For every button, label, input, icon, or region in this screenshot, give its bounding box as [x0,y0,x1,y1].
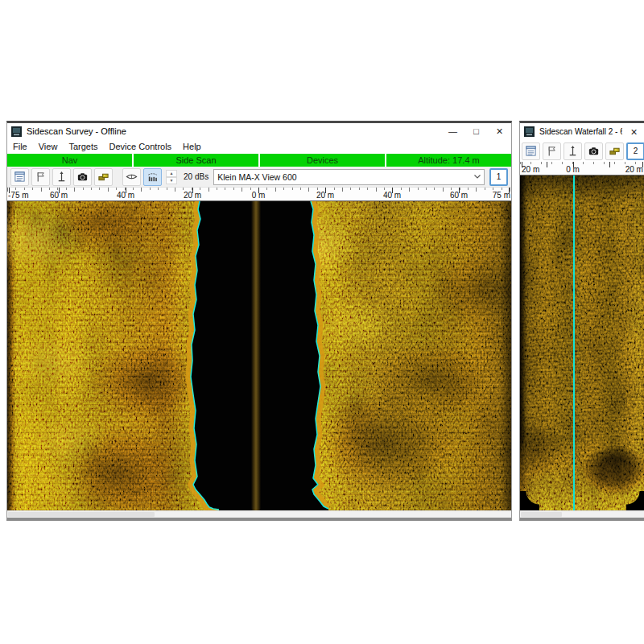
main-window: Sidescan Survey - Offline — □ × File Vie… [6,121,512,521]
ruler-label: 20 m [625,165,643,174]
main-window-title: Sidescan Survey - Offline [27,126,126,136]
scrollbar-thumb[interactable] [521,512,562,517]
survey-list-icon [14,171,26,183]
ruler-tick [547,162,547,167]
ruler-label: 20 m [522,165,539,174]
app-icon [11,126,22,137]
wf-toolbar: 2 [520,140,644,162]
wf-titlebar[interactable]: Sidescan Waterfall 2 - 600KHz × [520,123,644,140]
flag-target-icon [546,145,558,157]
sonar-waterfall-display[interactable] [7,201,511,510]
water-column-overlay [7,201,511,510]
ruler-label: 40 m [117,191,134,200]
waterfall2-window: Sidescan Waterfall 2 - 600KHz × [519,121,644,521]
swath-view-icon [126,171,138,183]
sonar-model-select[interactable]: Klein MA-X View 600 [213,169,485,185]
flag-target-button[interactable] [543,142,561,160]
camera-button[interactable] [73,168,92,186]
wf-sonar-image [520,175,644,510]
camera-icon [588,145,600,157]
minimize-button[interactable]: — [441,123,464,139]
camera-button[interactable] [584,142,603,160]
maximize-button[interactable]: □ [464,123,488,139]
section-side-scan[interactable]: Side Scan [134,154,258,167]
main-titlebar[interactable]: Sidescan Survey - Offline — □ × [7,123,511,139]
nadir-line [251,201,261,510]
ruler-label: 60 m [450,191,468,200]
main-toolbar: ▲ ▼ 20 dBs Klein MA-X View 600 1 [7,167,511,188]
status-header-bar: Nav Side Scan Devices Altitude: 17.4 m [7,154,511,167]
menu-view[interactable]: View [33,139,64,154]
wf-center-track-line [573,175,575,510]
ruler-label: 75 m [493,191,510,200]
wf-close-button[interactable]: × [622,123,644,140]
gain-spinner: ▲ ▼ [166,170,177,184]
device-gain-icon [97,171,109,183]
device-gain-button[interactable] [94,168,113,186]
app-icon [524,126,535,137]
ruler-label: 0 m [566,165,580,174]
flag-target-button[interactable] [31,168,50,186]
menu-targets[interactable]: Targets [63,139,103,154]
camera-icon [76,171,89,183]
channel-2-button[interactable]: 2 [626,142,644,160]
section-devices[interactable]: Devices [260,154,385,167]
ruler-label: 60 m [50,191,68,200]
gain-histogram-button[interactable] [143,168,162,186]
scrollbar-thumb[interactable] [8,512,155,517]
altitude-measure-icon [567,145,579,157]
wf-range-ruler: 20 m 0 m 20 m [520,162,644,175]
sonar-corner-vignette [520,491,539,510]
sonar-corner-vignette [626,491,644,510]
ruler-tick [609,162,610,167]
wf-horizontal-scrollbar[interactable] [520,510,644,518]
waterfall2-display[interactable] [520,175,644,510]
ruler-label: -75 m [8,191,29,200]
gain-histogram-icon [147,171,159,183]
altitude-measure-button[interactable] [564,142,582,160]
main-range-ruler: -75 m 60 m 40 m 20 m 0 m 20 m 40 m 60 m … [7,188,511,201]
altitude-measure-button[interactable] [52,168,71,186]
section-nav[interactable]: Nav [7,154,132,167]
ruler-minor-ticks [520,162,644,164]
spinner-up-icon[interactable]: ▲ [166,170,177,177]
channel-1-button[interactable]: 1 [489,168,508,186]
survey-list-button[interactable] [522,142,540,160]
device-gain-button[interactable] [605,142,624,160]
altitude-measure-icon [56,171,68,183]
ruler-label: 0 m [252,191,266,200]
menu-device-controls[interactable]: Device Controls [103,139,177,154]
desktop: Sidescan Survey - Offline — □ × File Vie… [0,0,644,644]
close-button[interactable]: × [488,123,511,139]
gain-value-label: 20 dBs [184,172,208,181]
device-gain-icon [609,145,621,157]
survey-list-icon [525,145,537,157]
sonar-model-value: Klein MA-X View 600 [217,172,471,182]
ruler-label: 20 m [316,191,334,200]
menu-file[interactable]: File [7,139,33,154]
survey-list-button[interactable] [10,168,29,186]
ruler-label: 40 m [383,191,401,200]
menubar: File View Targets Device Controls Help [7,139,511,154]
swath-view-button[interactable] [122,168,141,186]
ruler-label: 20 m [184,191,201,200]
horizontal-scrollbar[interactable] [7,510,511,518]
menu-help[interactable]: Help [177,139,207,154]
altitude-readout: Altitude: 17.4 m [386,154,511,167]
spinner-down-icon[interactable]: ▼ [166,177,177,184]
chevron-down-icon [474,175,481,179]
flag-target-icon [35,171,47,183]
wf-window-title: Sidescan Waterfall 2 - 600KHz [539,127,622,136]
